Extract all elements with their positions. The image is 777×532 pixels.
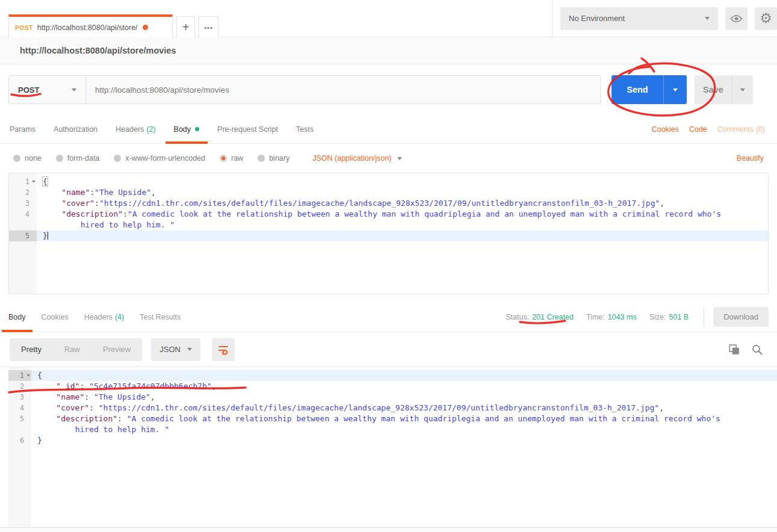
- tab-response-body[interactable]: Body: [8, 302, 26, 332]
- tab-params[interactable]: Params: [10, 115, 36, 143]
- tab-authorization[interactable]: Authorization: [54, 115, 98, 143]
- tab-url-label: http://localhost:8080/api/store/: [37, 23, 138, 32]
- section-gap: [0, 294, 777, 302]
- code-line[interactable]: 3 "cover":"https://cdn1.thr.com/sites/de…: [9, 198, 768, 209]
- request-body-editor[interactable]: 1{2 "name":"The Upside",3 "cover":"https…: [8, 173, 769, 294]
- response-format-select[interactable]: JSON: [151, 338, 200, 361]
- send-button-group: Send: [611, 75, 687, 104]
- tab-response-headers[interactable]: Headers (4): [84, 302, 125, 332]
- beautify-link[interactable]: Beautify: [737, 154, 764, 162]
- view-preview[interactable]: Preview: [91, 338, 142, 361]
- line-number: [8, 424, 31, 435]
- response-body-viewer[interactable]: 1{2 "_id": "5c4e715fa74c07dbbb6ecb7b",3 …: [0, 367, 777, 530]
- comments-link[interactable]: Comments (0): [717, 125, 765, 134]
- code-line[interactable]: 2 "name":"The Upside",: [9, 187, 768, 198]
- code-line[interactable]: 4 "cover": "https://cdn1.thr.com/sites/d…: [0, 403, 777, 413]
- tab-tests-label: Tests: [296, 125, 314, 134]
- time-label: Time:: [586, 313, 605, 321]
- code-text: "description": "A comedic look at the re…: [31, 413, 777, 424]
- search-icon[interactable]: [752, 344, 763, 355]
- copy-icon[interactable]: [729, 344, 740, 355]
- request-title-bar: http://localhost:8080/api/store/movies: [0, 37, 777, 64]
- fold-caret-icon[interactable]: [32, 181, 36, 183]
- bottom-scrollbar-track[interactable]: [0, 527, 777, 532]
- tab-tests[interactable]: Tests: [296, 115, 314, 143]
- code-text: }: [37, 230, 768, 241]
- code-text: "name":"The Upside",: [37, 187, 768, 198]
- code-line[interactable]: 5}: [9, 230, 768, 241]
- code-line[interactable]: 4 "description":"A comedic look at the r…: [9, 209, 768, 220]
- size-value: 501 B: [669, 313, 689, 321]
- code-line[interactable]: 2 "_id": "5c4e715fa74c07dbbb6ecb7b",: [0, 381, 777, 392]
- line-number: [9, 220, 37, 230]
- wrap-text-icon: [217, 344, 229, 356]
- radio-icon: [114, 155, 121, 162]
- code-line[interactable]: 5 "description": "A comedic look at the …: [0, 413, 777, 424]
- body-type-form-data[interactable]: form-data: [56, 154, 100, 162]
- body-type-none-label: none: [25, 154, 42, 162]
- top-bar: POST http://localhost:8080/api/store/ + …: [0, 0, 777, 37]
- request-tabs-strip: POST http://localhost:8080/api/store/ + …: [0, 0, 552, 37]
- radio-icon: [258, 155, 265, 162]
- tab-headers[interactable]: Headers (2): [116, 115, 156, 143]
- tab-body[interactable]: Body: [174, 115, 200, 143]
- line-number: 3: [8, 392, 31, 403]
- body-type-binary[interactable]: binary: [258, 154, 289, 162]
- environment-area: No Environment ⚙: [552, 0, 777, 37]
- save-button[interactable]: Save: [695, 75, 732, 104]
- radio-selected-icon: [220, 155, 227, 162]
- line-number: 5: [8, 413, 31, 424]
- code-line[interactable]: 6}: [0, 435, 777, 446]
- chevron-down-icon: [397, 157, 402, 160]
- fold-caret-icon[interactable]: [26, 374, 30, 377]
- code-text: hired to help him. ": [37, 220, 768, 230]
- settings-button[interactable]: ⚙: [755, 7, 777, 30]
- url-input[interactable]: http://localhost:8080/api/store/movies: [86, 76, 600, 104]
- tab-response-cookies[interactable]: Cookies: [42, 302, 69, 332]
- chevron-down-icon: [705, 17, 710, 20]
- code-text: hired to help him. ": [31, 424, 777, 435]
- size-label: Size:: [649, 313, 666, 321]
- environment-select[interactable]: No Environment: [560, 7, 718, 30]
- url-input-value: http://localhost:8080/api/store/movies: [95, 85, 229, 94]
- tab-test-results[interactable]: Test Results: [140, 302, 181, 332]
- body-type-urlencoded[interactable]: x-www-form-urlencoded: [114, 154, 205, 162]
- body-type-urlencoded-label: x-www-form-urlencoded: [125, 154, 205, 162]
- wrap-text-button[interactable]: [212, 338, 235, 361]
- send-button[interactable]: Send: [611, 75, 663, 104]
- content-type-select[interactable]: JSON (application/json): [312, 154, 401, 162]
- send-options-button[interactable]: [663, 75, 687, 104]
- method-select[interactable]: POST: [9, 76, 86, 104]
- code-line[interactable]: hired to help him. ": [9, 220, 768, 230]
- environment-quick-look-button[interactable]: [725, 7, 748, 30]
- unsaved-changes-dot: [143, 25, 148, 30]
- content-type-label: JSON (application/json): [312, 154, 391, 162]
- request-tab[interactable]: POST http://localhost:8080/api/store/: [8, 14, 173, 38]
- cookies-link[interactable]: Cookies: [652, 125, 679, 134]
- response-headers-count-badge: (4): [115, 313, 124, 321]
- code-text: "cover":"https://cdn1.thr.com/sites/defa…: [37, 198, 768, 209]
- code-link[interactable]: Code: [689, 125, 707, 134]
- code-line[interactable]: 3 "name": "The Upside",: [0, 392, 777, 403]
- tab-response-headers-label: Headers: [84, 313, 113, 321]
- tab-body-label: Body: [174, 125, 191, 134]
- view-raw[interactable]: Raw: [53, 338, 91, 361]
- code-line[interactable]: 1{: [9, 176, 768, 187]
- radio-icon: [56, 155, 63, 162]
- tab-pre-request-script[interactable]: Pre-request Script: [217, 115, 278, 143]
- view-pretty[interactable]: Pretty: [10, 338, 53, 361]
- status-badge: Status: 201 Created: [506, 313, 574, 321]
- line-number: 3: [9, 198, 37, 209]
- chevron-down-icon: [673, 88, 678, 91]
- code-line[interactable]: hired to help him. ": [0, 424, 777, 435]
- body-has-content-dot: [195, 127, 199, 131]
- code-line[interactable]: 1{: [0, 370, 777, 381]
- new-tab-button[interactable]: +: [176, 16, 195, 38]
- download-button[interactable]: Download: [713, 307, 769, 327]
- tab-response-cookies-label: Cookies: [42, 313, 69, 321]
- more-tabs-button[interactable]: •••: [199, 16, 218, 38]
- body-type-none[interactable]: none: [13, 154, 42, 162]
- line-number: 1: [8, 370, 31, 381]
- save-options-button[interactable]: [732, 75, 753, 104]
- body-type-raw[interactable]: raw: [220, 154, 243, 162]
